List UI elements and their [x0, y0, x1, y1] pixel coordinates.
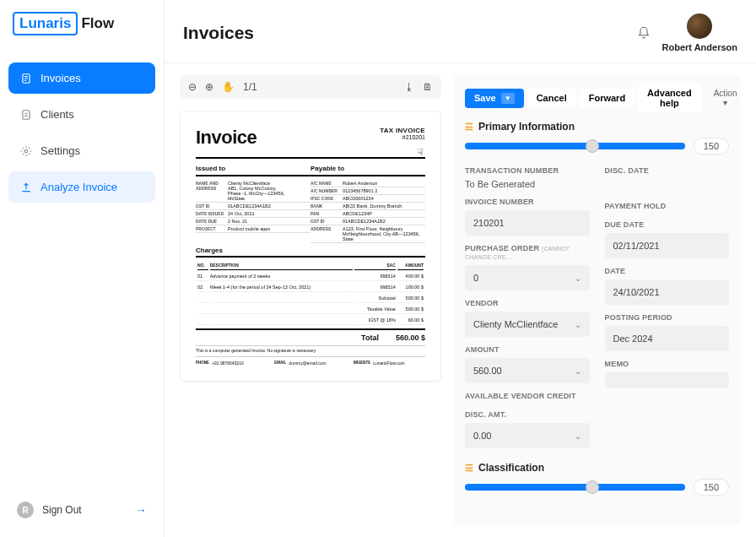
sign-out-label: Sign Out: [42, 504, 82, 516]
forward-button[interactable]: Forward: [580, 89, 634, 107]
avc-label: Available Vendor Credit: [465, 392, 590, 400]
preview-column: ⊖ ⊕ ✋ 1/1 ⭳ 🗎 Invoice TAX INVOICE #21020…: [180, 75, 441, 525]
txn-num-label: Transaction Number: [465, 166, 590, 175]
date-input[interactable]: 24/10/2021: [605, 279, 730, 305]
invoice-document: Invoice TAX INVOICE #210201 ☟ Issued to …: [180, 111, 441, 382]
primary-slider[interactable]: [465, 143, 685, 149]
logo-text: Flow: [81, 15, 114, 32]
sign-out-button[interactable]: R Sign Out →: [8, 495, 155, 525]
memo-input[interactable]: [605, 372, 730, 388]
save-button[interactable]: Save▼: [465, 89, 524, 108]
nav-label: Settings: [40, 144, 80, 157]
posting-input[interactable]: Dec 2024: [605, 326, 730, 351]
logo: Lunaris Flow: [8, 12, 155, 35]
print-icon[interactable]: 🗎: [423, 81, 433, 93]
charges-table: No.DescriptionSACAmount 01.Advance payme…: [196, 259, 425, 327]
chevron-down-icon: ⌄: [575, 431, 581, 441]
cancel-button[interactable]: Cancel: [527, 89, 576, 107]
page-indicator: 1/1: [243, 81, 257, 93]
zoom-in-icon[interactable]: ⊕: [205, 81, 213, 93]
gear-icon: [20, 145, 32, 157]
sidebar-item-invoices[interactable]: Invoices: [8, 62, 155, 94]
sidebar-item-clients[interactable]: Clients: [8, 99, 155, 130]
nav-label: Invoices: [40, 72, 81, 84]
svg-point-2: [24, 149, 28, 153]
payment-hold-label: Payment Hold: [605, 202, 730, 210]
action-dropdown[interactable]: Action ▾: [705, 84, 741, 111]
vendor-label: Vendor: [465, 299, 590, 307]
chevron-down-icon: ⌄: [575, 366, 581, 376]
section-primary: ☰Primary Information: [465, 121, 729, 133]
memo-label: Memo: [605, 360, 730, 368]
slider-value: 150: [694, 479, 729, 496]
disc-amt-label: Disc. Amt.: [465, 410, 590, 419]
zoom-out-icon[interactable]: ⊖: [188, 81, 197, 93]
invoice-icon: [20, 73, 32, 84]
charges-heading: Charges: [196, 243, 425, 258]
form-panel: Save▼ Cancel Forward Advanced help Actio…: [453, 75, 741, 525]
issued-to-heading: Issued to: [196, 162, 310, 176]
due-date-input[interactable]: 02/11/2021: [605, 233, 730, 258]
sidebar-item-settings[interactable]: Settings: [8, 135, 155, 166]
tax-label: TAX INVOICE: [380, 127, 425, 134]
doc-number: #210201: [380, 134, 425, 140]
sidebar: Lunaris Flow Invoices Clients Settings A…: [0, 0, 165, 537]
classification-slider[interactable]: [465, 484, 685, 491]
slider-value: 150: [694, 138, 729, 155]
clients-icon: [20, 109, 32, 121]
avatar-initial: R: [17, 502, 34, 518]
sidebar-item-analyze[interactable]: Analyze Invoice: [8, 171, 155, 203]
hand-icon[interactable]: ✋: [222, 81, 235, 93]
po-label: Purchase Order (cannot change cre...: [465, 244, 590, 261]
nav: Invoices Clients Settings Analyze Invoic…: [8, 62, 155, 203]
topbar: Invoices Robert Anderson: [165, 0, 756, 63]
slider-thumb[interactable]: [586, 139, 599, 153]
form-actions: Save▼ Cancel Forward Advanced help Actio…: [465, 84, 729, 112]
payable-to-heading: Payable to: [310, 162, 425, 176]
slider-thumb[interactable]: [586, 480, 599, 494]
disc-date-label: Disc. Date: [605, 166, 730, 175]
section-classification: ☰Classification: [465, 462, 729, 474]
due-date-label: Due Date: [605, 220, 730, 229]
upload-icon: [20, 182, 32, 193]
advanced-help-button[interactable]: Advanced help: [638, 84, 701, 112]
nav-label: Clients: [40, 108, 74, 121]
chevron-down-icon: ⌄: [575, 274, 581, 283]
chevron-down-icon: ▼: [501, 93, 515, 104]
arrow-right-icon: →: [135, 503, 147, 517]
txn-num-value: To Be Generated: [465, 179, 590, 189]
doc-note: This is a computer generated Invoice. No…: [196, 345, 425, 357]
date-label: Date: [605, 267, 730, 275]
amount-label: Amount: [465, 345, 590, 354]
amount-select[interactable]: 560.00⌄: [465, 358, 590, 383]
preview-toolbar: ⊖ ⊕ ✋ 1/1 ⭳ 🗎: [180, 75, 441, 99]
section-icon: ☰: [465, 463, 473, 474]
posting-label: Posting Period: [605, 313, 730, 322]
user-name: Robert Anderson: [662, 42, 737, 52]
avatar: [687, 14, 712, 39]
svg-rect-1: [23, 110, 30, 119]
po-select[interactable]: 0⌄: [465, 265, 590, 290]
invoice-num-input[interactable]: 210201: [465, 210, 590, 236]
section-icon: ☰: [465, 122, 473, 133]
disc-amt-select[interactable]: 0.00⌄: [465, 423, 590, 448]
chevron-down-icon: ⌄: [575, 320, 581, 329]
nav-label: Analyze Invoice: [40, 181, 117, 193]
page-title: Invoices: [183, 23, 254, 43]
cursor-icon: ☟: [418, 147, 424, 158]
vendor-select[interactable]: Clienty McClientface⌄: [465, 312, 590, 337]
download-icon[interactable]: ⭳: [404, 81, 414, 93]
main: Invoices Robert Anderson ⊖ ⊕ ✋ 1/1 ⭳: [165, 0, 756, 537]
user-menu[interactable]: Robert Anderson: [662, 14, 737, 52]
logo-box: Lunaris: [13, 12, 78, 35]
bell-icon[interactable]: [637, 26, 651, 40]
invoice-num-label: Invoice Number: [465, 198, 590, 206]
